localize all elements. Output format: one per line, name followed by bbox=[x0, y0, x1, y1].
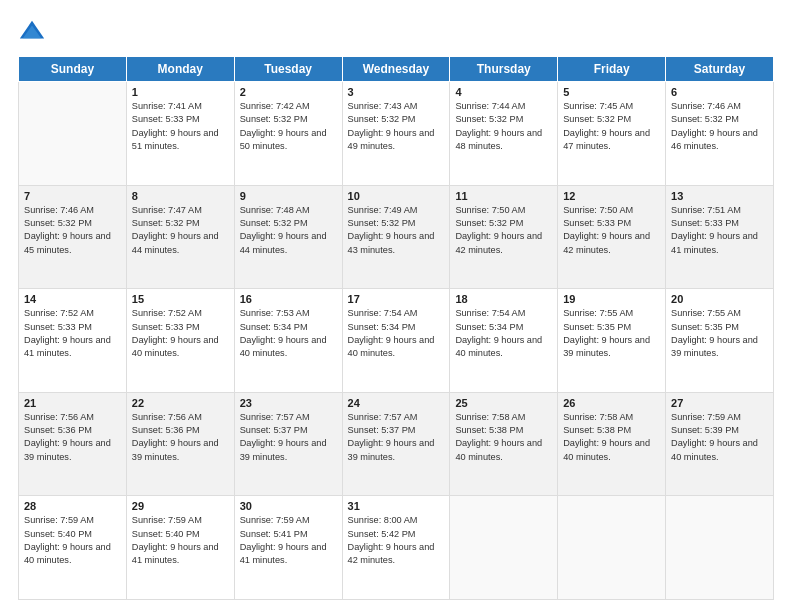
calendar-cell: 25Sunrise: 7:58 AMSunset: 5:38 PMDayligh… bbox=[450, 392, 558, 496]
calendar-cell: 23Sunrise: 7:57 AMSunset: 5:37 PMDayligh… bbox=[234, 392, 342, 496]
day-number: 4 bbox=[455, 86, 552, 98]
logo bbox=[18, 18, 50, 46]
weekday-friday: Friday bbox=[558, 57, 666, 82]
calendar-cell: 3Sunrise: 7:43 AMSunset: 5:32 PMDaylight… bbox=[342, 82, 450, 186]
day-detail: Sunrise: 7:47 AMSunset: 5:32 PMDaylight:… bbox=[132, 204, 229, 257]
day-number: 31 bbox=[348, 500, 445, 512]
calendar-week-row: 28Sunrise: 7:59 AMSunset: 5:40 PMDayligh… bbox=[19, 496, 774, 600]
weekday-sunday: Sunday bbox=[19, 57, 127, 82]
calendar-week-row: 21Sunrise: 7:56 AMSunset: 5:36 PMDayligh… bbox=[19, 392, 774, 496]
weekday-thursday: Thursday bbox=[450, 57, 558, 82]
day-detail: Sunrise: 7:48 AMSunset: 5:32 PMDaylight:… bbox=[240, 204, 337, 257]
day-number: 19 bbox=[563, 293, 660, 305]
day-detail: Sunrise: 7:56 AMSunset: 5:36 PMDaylight:… bbox=[24, 411, 121, 464]
weekday-header-row: SundayMondayTuesdayWednesdayThursdayFrid… bbox=[19, 57, 774, 82]
calendar-cell: 15Sunrise: 7:52 AMSunset: 5:33 PMDayligh… bbox=[126, 289, 234, 393]
calendar-cell: 16Sunrise: 7:53 AMSunset: 5:34 PMDayligh… bbox=[234, 289, 342, 393]
day-detail: Sunrise: 7:50 AMSunset: 5:33 PMDaylight:… bbox=[563, 204, 660, 257]
calendar-cell: 9Sunrise: 7:48 AMSunset: 5:32 PMDaylight… bbox=[234, 185, 342, 289]
day-detail: Sunrise: 7:59 AMSunset: 5:40 PMDaylight:… bbox=[132, 514, 229, 567]
day-number: 1 bbox=[132, 86, 229, 98]
day-detail: Sunrise: 7:46 AMSunset: 5:32 PMDaylight:… bbox=[24, 204, 121, 257]
day-number: 8 bbox=[132, 190, 229, 202]
calendar-cell: 14Sunrise: 7:52 AMSunset: 5:33 PMDayligh… bbox=[19, 289, 127, 393]
day-detail: Sunrise: 7:58 AMSunset: 5:38 PMDaylight:… bbox=[455, 411, 552, 464]
day-detail: Sunrise: 7:45 AMSunset: 5:32 PMDaylight:… bbox=[563, 100, 660, 153]
calendar-cell: 22Sunrise: 7:56 AMSunset: 5:36 PMDayligh… bbox=[126, 392, 234, 496]
day-number: 15 bbox=[132, 293, 229, 305]
day-number: 21 bbox=[24, 397, 121, 409]
day-number: 26 bbox=[563, 397, 660, 409]
calendar-cell: 18Sunrise: 7:54 AMSunset: 5:34 PMDayligh… bbox=[450, 289, 558, 393]
day-detail: Sunrise: 7:55 AMSunset: 5:35 PMDaylight:… bbox=[671, 307, 768, 360]
logo-icon bbox=[18, 18, 46, 46]
calendar-cell bbox=[450, 496, 558, 600]
day-detail: Sunrise: 7:57 AMSunset: 5:37 PMDaylight:… bbox=[240, 411, 337, 464]
day-detail: Sunrise: 7:52 AMSunset: 5:33 PMDaylight:… bbox=[24, 307, 121, 360]
calendar-cell: 4Sunrise: 7:44 AMSunset: 5:32 PMDaylight… bbox=[450, 82, 558, 186]
day-detail: Sunrise: 7:56 AMSunset: 5:36 PMDaylight:… bbox=[132, 411, 229, 464]
day-number: 12 bbox=[563, 190, 660, 202]
calendar-cell bbox=[666, 496, 774, 600]
day-detail: Sunrise: 7:59 AMSunset: 5:41 PMDaylight:… bbox=[240, 514, 337, 567]
day-detail: Sunrise: 7:49 AMSunset: 5:32 PMDaylight:… bbox=[348, 204, 445, 257]
calendar-cell bbox=[558, 496, 666, 600]
day-number: 5 bbox=[563, 86, 660, 98]
day-detail: Sunrise: 7:44 AMSunset: 5:32 PMDaylight:… bbox=[455, 100, 552, 153]
calendar-week-row: 7Sunrise: 7:46 AMSunset: 5:32 PMDaylight… bbox=[19, 185, 774, 289]
day-number: 14 bbox=[24, 293, 121, 305]
day-number: 6 bbox=[671, 86, 768, 98]
day-number: 25 bbox=[455, 397, 552, 409]
day-detail: Sunrise: 7:55 AMSunset: 5:35 PMDaylight:… bbox=[563, 307, 660, 360]
calendar-cell: 26Sunrise: 7:58 AMSunset: 5:38 PMDayligh… bbox=[558, 392, 666, 496]
day-number: 27 bbox=[671, 397, 768, 409]
day-number: 20 bbox=[671, 293, 768, 305]
day-detail: Sunrise: 8:00 AMSunset: 5:42 PMDaylight:… bbox=[348, 514, 445, 567]
day-number: 24 bbox=[348, 397, 445, 409]
day-detail: Sunrise: 7:53 AMSunset: 5:34 PMDaylight:… bbox=[240, 307, 337, 360]
day-number: 9 bbox=[240, 190, 337, 202]
day-number: 16 bbox=[240, 293, 337, 305]
calendar-cell: 11Sunrise: 7:50 AMSunset: 5:32 PMDayligh… bbox=[450, 185, 558, 289]
calendar-cell: 20Sunrise: 7:55 AMSunset: 5:35 PMDayligh… bbox=[666, 289, 774, 393]
day-detail: Sunrise: 7:54 AMSunset: 5:34 PMDaylight:… bbox=[455, 307, 552, 360]
calendar-cell: 7Sunrise: 7:46 AMSunset: 5:32 PMDaylight… bbox=[19, 185, 127, 289]
calendar-week-row: 1Sunrise: 7:41 AMSunset: 5:33 PMDaylight… bbox=[19, 82, 774, 186]
day-number: 29 bbox=[132, 500, 229, 512]
weekday-wednesday: Wednesday bbox=[342, 57, 450, 82]
day-detail: Sunrise: 7:51 AMSunset: 5:33 PMDaylight:… bbox=[671, 204, 768, 257]
day-number: 11 bbox=[455, 190, 552, 202]
calendar-cell: 29Sunrise: 7:59 AMSunset: 5:40 PMDayligh… bbox=[126, 496, 234, 600]
calendar-cell: 31Sunrise: 8:00 AMSunset: 5:42 PMDayligh… bbox=[342, 496, 450, 600]
page: SundayMondayTuesdayWednesdayThursdayFrid… bbox=[0, 0, 792, 612]
calendar-cell: 6Sunrise: 7:46 AMSunset: 5:32 PMDaylight… bbox=[666, 82, 774, 186]
calendar-cell: 30Sunrise: 7:59 AMSunset: 5:41 PMDayligh… bbox=[234, 496, 342, 600]
day-detail: Sunrise: 7:52 AMSunset: 5:33 PMDaylight:… bbox=[132, 307, 229, 360]
day-number: 22 bbox=[132, 397, 229, 409]
day-number: 30 bbox=[240, 500, 337, 512]
calendar-cell: 1Sunrise: 7:41 AMSunset: 5:33 PMDaylight… bbox=[126, 82, 234, 186]
calendar-cell: 28Sunrise: 7:59 AMSunset: 5:40 PMDayligh… bbox=[19, 496, 127, 600]
calendar-cell: 21Sunrise: 7:56 AMSunset: 5:36 PMDayligh… bbox=[19, 392, 127, 496]
day-number: 28 bbox=[24, 500, 121, 512]
calendar-cell: 12Sunrise: 7:50 AMSunset: 5:33 PMDayligh… bbox=[558, 185, 666, 289]
day-detail: Sunrise: 7:46 AMSunset: 5:32 PMDaylight:… bbox=[671, 100, 768, 153]
weekday-tuesday: Tuesday bbox=[234, 57, 342, 82]
day-detail: Sunrise: 7:50 AMSunset: 5:32 PMDaylight:… bbox=[455, 204, 552, 257]
calendar-cell bbox=[19, 82, 127, 186]
day-detail: Sunrise: 7:57 AMSunset: 5:37 PMDaylight:… bbox=[348, 411, 445, 464]
day-number: 7 bbox=[24, 190, 121, 202]
day-number: 13 bbox=[671, 190, 768, 202]
header bbox=[18, 18, 774, 46]
calendar-table: SundayMondayTuesdayWednesdayThursdayFrid… bbox=[18, 56, 774, 600]
day-detail: Sunrise: 7:43 AMSunset: 5:32 PMDaylight:… bbox=[348, 100, 445, 153]
day-detail: Sunrise: 7:59 AMSunset: 5:40 PMDaylight:… bbox=[24, 514, 121, 567]
calendar-cell: 10Sunrise: 7:49 AMSunset: 5:32 PMDayligh… bbox=[342, 185, 450, 289]
day-number: 2 bbox=[240, 86, 337, 98]
day-number: 10 bbox=[348, 190, 445, 202]
day-detail: Sunrise: 7:58 AMSunset: 5:38 PMDaylight:… bbox=[563, 411, 660, 464]
weekday-saturday: Saturday bbox=[666, 57, 774, 82]
calendar-cell: 17Sunrise: 7:54 AMSunset: 5:34 PMDayligh… bbox=[342, 289, 450, 393]
day-detail: Sunrise: 7:41 AMSunset: 5:33 PMDaylight:… bbox=[132, 100, 229, 153]
calendar-cell: 24Sunrise: 7:57 AMSunset: 5:37 PMDayligh… bbox=[342, 392, 450, 496]
